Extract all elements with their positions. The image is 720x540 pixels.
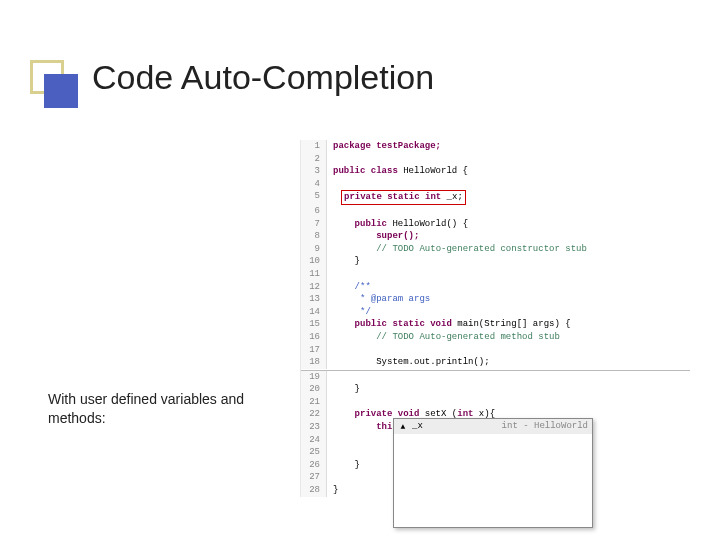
code-line: super(); xyxy=(327,230,419,243)
code-line: */ xyxy=(327,306,371,319)
code-editor-screenshot: 1package testPackage; 2 3public class He… xyxy=(300,140,690,497)
line-number: 24 xyxy=(301,434,327,447)
line-number: 5 xyxy=(301,190,327,205)
line-number: 17 xyxy=(301,344,327,357)
line-number: 27 xyxy=(301,471,327,484)
autocomplete-item-name: _x xyxy=(412,420,498,433)
autocomplete-item[interactable]: ▲ _x int - HelloWorld xyxy=(394,419,592,434)
code-line-highlighted: private static int _x; xyxy=(327,190,466,205)
caption-text: With user defined variables and methods: xyxy=(48,390,248,428)
field-icon: ▲ xyxy=(398,422,408,432)
line-number: 25 xyxy=(301,446,327,459)
line-number: 20 xyxy=(301,383,327,396)
line-number: 23 xyxy=(301,421,327,434)
line-number: 8 xyxy=(301,230,327,243)
line-number: 3 xyxy=(301,165,327,178)
line-number: 4 xyxy=(301,178,327,191)
line-number: 2 xyxy=(301,153,327,166)
code-line: package testPackage; xyxy=(327,140,441,153)
line-number: 1 xyxy=(301,140,327,153)
line-number: 16 xyxy=(301,331,327,344)
code-line: } xyxy=(327,255,360,268)
line-number: 10 xyxy=(301,255,327,268)
line-number: 22 xyxy=(301,408,327,421)
line-number: 28 xyxy=(301,484,327,497)
code-line: System.out.println(); xyxy=(327,356,490,369)
line-number: 13 xyxy=(301,293,327,306)
line-number: 15 xyxy=(301,318,327,331)
highlight-box: private static int _x; xyxy=(341,190,466,205)
code-line: } xyxy=(327,459,360,472)
code-line: * @param args xyxy=(327,293,430,306)
code-line: // TODO Auto-generated constructor stub xyxy=(327,243,587,256)
line-number: 21 xyxy=(301,396,327,409)
code-line: /** xyxy=(327,281,371,294)
line-number: 26 xyxy=(301,459,327,472)
code-line: } xyxy=(327,383,360,396)
autocomplete-item-type: int - HelloWorld xyxy=(502,420,588,433)
line-number: 12 xyxy=(301,281,327,294)
line-number: 6 xyxy=(301,205,327,218)
line-number: 14 xyxy=(301,306,327,319)
code-line: public class HelloWorld { xyxy=(327,165,468,178)
autocomplete-popup[interactable]: ▲ _x int - HelloWorld xyxy=(393,418,593,528)
code-line: public static void main(String[] args) { xyxy=(327,318,571,331)
line-number: 19 xyxy=(301,371,327,384)
line-number: 7 xyxy=(301,218,327,231)
slide-title: Code Auto-Completion xyxy=(92,58,434,97)
line-number: 18 xyxy=(301,356,327,369)
code-line: public HelloWorld() { xyxy=(327,218,468,231)
code-line: // TODO Auto-generated method stub xyxy=(327,331,560,344)
code-line: } xyxy=(327,484,338,497)
line-number: 9 xyxy=(301,243,327,256)
title-bullet-decoration xyxy=(30,60,78,108)
line-number: 11 xyxy=(301,268,327,281)
